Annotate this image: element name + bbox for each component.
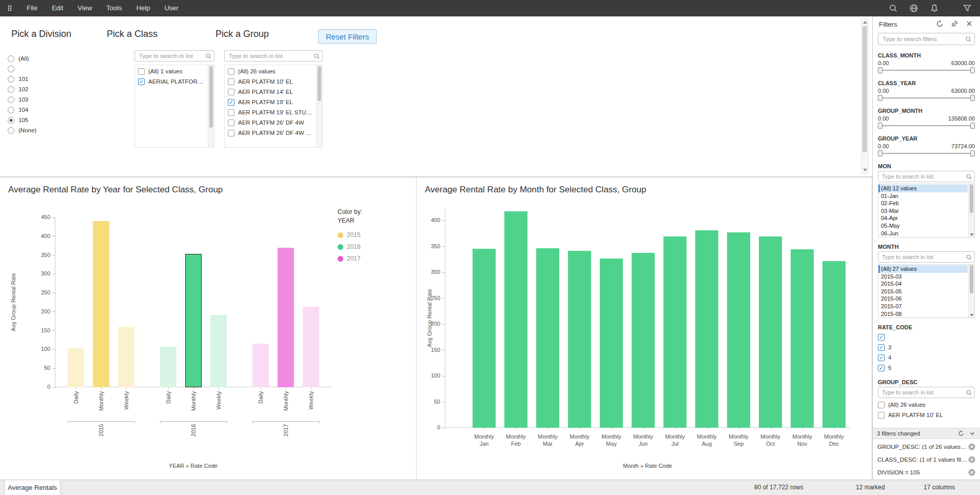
listbox-scrollbar[interactable] xyxy=(968,265,974,318)
close-icon[interactable] xyxy=(966,20,974,28)
group-list-scrollbar[interactable] xyxy=(316,65,322,147)
menu-tools[interactable]: Tools xyxy=(99,0,129,16)
division-option-101[interactable]: 101 xyxy=(8,74,36,84)
division-option-103[interactable]: 103 xyxy=(8,94,36,105)
menu-edit[interactable]: Edit xyxy=(45,0,70,16)
checkbox-option[interactable]: ✓3 xyxy=(878,342,975,352)
list-option[interactable]: 06-Jun xyxy=(878,230,968,237)
slider-handle-right[interactable] xyxy=(970,150,975,156)
list-option[interactable]: 2015-08 xyxy=(878,310,968,318)
checkbox-option[interactable]: AER PLATFM 10' EL xyxy=(878,410,975,420)
bar-nov[interactable] xyxy=(791,249,814,428)
bar-sep[interactable] xyxy=(727,232,750,428)
slider-handle-left[interactable] xyxy=(878,123,883,129)
pin-icon[interactable] xyxy=(951,20,959,28)
remove-filter-icon[interactable] xyxy=(968,469,975,476)
legend-entry-2016[interactable]: 2016 xyxy=(338,243,362,250)
menu-help[interactable]: Help xyxy=(129,0,158,16)
filter-icon[interactable] xyxy=(963,4,972,13)
bar-2017-monthly[interactable] xyxy=(278,248,294,387)
division-option-blank[interactable] xyxy=(8,64,36,74)
class-option[interactable]: ✓AERIAL PLATFORM ELEC,DSL &... xyxy=(135,76,207,87)
slider-handle-right[interactable] xyxy=(970,123,975,129)
bar-2016-monthly[interactable] xyxy=(185,254,202,387)
slider-handle-right[interactable] xyxy=(970,67,975,73)
list-option[interactable]: 2015-07 xyxy=(878,303,968,310)
listbox-scrollbar[interactable] xyxy=(968,184,974,237)
group-option[interactable]: AER PLATFM 14' EL xyxy=(225,87,316,97)
slider-handle-left[interactable] xyxy=(878,150,883,156)
group_desc-search-input[interactable] xyxy=(878,387,975,398)
scrollbar-thumb[interactable] xyxy=(970,185,973,213)
reset-filters-button[interactable]: Reset Filters xyxy=(318,29,377,44)
division-option-104[interactable]: 104 xyxy=(8,105,36,115)
class-list-scrollbar[interactable] xyxy=(208,65,214,147)
bar-2015-weekly[interactable] xyxy=(118,327,134,387)
bar-mar[interactable] xyxy=(536,248,559,428)
legend-entry-2017[interactable]: 2017 xyxy=(338,255,362,262)
bar-dec[interactable] xyxy=(822,261,846,428)
legend-entry-2015[interactable]: 2015 xyxy=(338,231,362,239)
group-option[interactable]: (All) 26 values xyxy=(225,66,316,76)
scroll-down-icon[interactable] xyxy=(861,167,868,173)
bar-2015-daily[interactable] xyxy=(68,348,84,387)
list-option[interactable]: 03-Mar xyxy=(878,207,968,215)
list-option[interactable]: 01-Jan xyxy=(878,192,968,200)
scroll-down-icon[interactable] xyxy=(969,233,974,236)
bar-may[interactable] xyxy=(600,259,623,428)
notifications-icon[interactable] xyxy=(930,4,939,13)
menu-file[interactable]: File xyxy=(19,0,45,16)
top-panel-scrollbar[interactable] xyxy=(861,18,869,174)
scrollbar-thumb[interactable] xyxy=(970,265,973,293)
scroll-down-icon[interactable] xyxy=(969,314,974,316)
list-option[interactable]: 2015-04 xyxy=(878,280,968,288)
group-option[interactable]: AER PLATFM 10' EL xyxy=(225,76,316,87)
division-option-102[interactable]: 102 xyxy=(8,84,36,94)
list-option[interactable]: 05-May xyxy=(878,222,968,230)
group-option[interactable]: AER PLATFM 19' EL STUDIO ... xyxy=(225,107,316,117)
bar-jun[interactable] xyxy=(632,253,655,428)
bar-apr[interactable] xyxy=(568,251,591,428)
list-option[interactable]: 04-Apr xyxy=(878,214,968,222)
app-menu-icon[interactable] xyxy=(6,4,13,12)
bar-aug[interactable] xyxy=(695,230,718,428)
bar-feb[interactable] xyxy=(504,211,527,428)
bar-2015-monthly[interactable] xyxy=(93,221,109,387)
remove-filter-icon[interactable] xyxy=(968,456,975,463)
checkbox-option[interactable]: ✓5 xyxy=(878,363,975,373)
list-option[interactable]: (All) 27 values xyxy=(878,265,968,273)
menu-user[interactable]: User xyxy=(157,0,185,16)
bar-2016-weekly[interactable] xyxy=(210,315,227,387)
globe-icon[interactable] xyxy=(909,4,918,13)
tab-average-rentals[interactable]: Average Rentals xyxy=(4,480,61,495)
class-option[interactable]: (All) 1 values xyxy=(135,66,207,76)
month-search-input[interactable] xyxy=(878,251,975,263)
bar-2016-daily[interactable] xyxy=(160,347,177,387)
list-option[interactable]: 2015-06 xyxy=(878,295,968,303)
menu-view[interactable]: View xyxy=(70,0,99,16)
slider-handle-left[interactable] xyxy=(878,95,883,101)
group-option[interactable]: AER PLATFM 26' DF 4W xyxy=(225,117,316,128)
scrollbar-thumb[interactable] xyxy=(863,26,867,152)
scrollbar-thumb[interactable] xyxy=(209,66,213,128)
checkbox-option[interactable]: (All) 26 values xyxy=(878,400,975,410)
list-option[interactable]: 02-Feb xyxy=(878,200,968,207)
bar-2017-daily[interactable] xyxy=(252,344,269,387)
division-option-105[interactable]: 105 xyxy=(8,115,36,125)
group-option[interactable]: ✓AER PLATFM 19' EL xyxy=(225,97,316,107)
scroll-up-icon[interactable] xyxy=(861,19,868,26)
bar-oct[interactable] xyxy=(759,236,782,428)
bar-2017-weekly[interactable] xyxy=(303,307,319,387)
remove-filter-icon[interactable] xyxy=(968,443,975,450)
checkbox-option[interactable]: ✓4 xyxy=(878,352,975,363)
division-option-(None)[interactable]: (None) xyxy=(8,125,36,135)
checkbox-option[interactable]: ✓ xyxy=(878,332,975,342)
slider-handle-right[interactable] xyxy=(970,95,975,101)
chevron-down-icon[interactable] xyxy=(969,430,976,437)
list-option[interactable]: (All) 12 values xyxy=(878,185,968,192)
filters-search-input[interactable] xyxy=(878,33,975,45)
group-option[interactable]: AER PLATFM 26' DF 4W W/G... xyxy=(225,128,316,138)
scrollbar-thumb[interactable] xyxy=(318,66,321,101)
division-option-(All)[interactable]: (All) xyxy=(8,53,36,64)
refresh-icon[interactable] xyxy=(958,430,965,437)
